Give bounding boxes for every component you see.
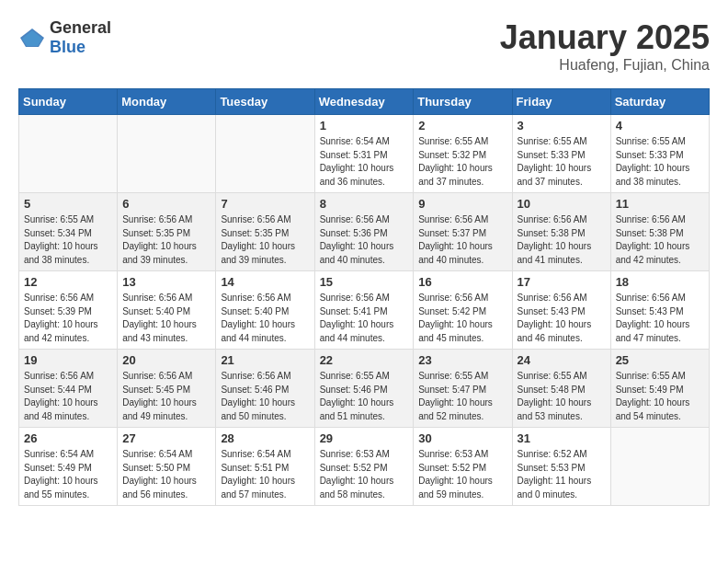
calendar-day-cell: 18Sunrise: 6:56 AM Sunset: 5:43 PM Dayli… — [610, 271, 709, 350]
day-info: Sunrise: 6:56 AM Sunset: 5:36 PM Dayligh… — [320, 213, 409, 267]
day-info: Sunrise: 6:53 AM Sunset: 5:52 PM Dayligh… — [418, 448, 506, 501]
calendar-day-cell — [216, 115, 314, 193]
calendar-week-row: 26Sunrise: 6:54 AM Sunset: 5:49 PM Dayli… — [19, 428, 710, 506]
month-title: January 2025 — [500, 18, 710, 57]
calendar-day-cell: 12Sunrise: 6:56 AM Sunset: 5:39 PM Dayli… — [19, 271, 118, 350]
day-number: 4 — [616, 119, 704, 132]
calendar-week-row: 12Sunrise: 6:56 AM Sunset: 5:39 PM Dayli… — [19, 271, 710, 350]
day-info: Sunrise: 6:56 AM Sunset: 5:45 PM Dayligh… — [122, 370, 210, 423]
calendar-day-cell — [118, 115, 216, 193]
calendar-day-cell: 30Sunrise: 6:53 AM Sunset: 5:52 PM Dayli… — [414, 428, 512, 506]
calendar-day-cell: 24Sunrise: 6:55 AM Sunset: 5:48 PM Dayli… — [512, 350, 610, 428]
day-info: Sunrise: 6:56 AM Sunset: 5:41 PM Dayligh… — [320, 292, 409, 345]
day-number: 5 — [24, 197, 112, 211]
day-info: Sunrise: 6:55 AM Sunset: 5:32 PM Dayligh… — [418, 135, 506, 189]
calendar-day-cell: 26Sunrise: 6:54 AM Sunset: 5:49 PM Dayli… — [19, 428, 118, 506]
calendar-week-row: 5Sunrise: 6:55 AM Sunset: 5:34 PM Daylig… — [19, 193, 710, 271]
calendar-day-cell: 14Sunrise: 6:56 AM Sunset: 5:40 PM Dayli… — [216, 271, 314, 350]
calendar-day-cell: 11Sunrise: 6:56 AM Sunset: 5:38 PM Dayli… — [610, 193, 709, 271]
weekday-header: Thursday — [414, 89, 512, 115]
logo-icon — [18, 27, 46, 49]
day-info: Sunrise: 6:56 AM Sunset: 5:35 PM Dayligh… — [122, 213, 210, 267]
calendar-day-cell: 2Sunrise: 6:55 AM Sunset: 5:32 PM Daylig… — [414, 115, 512, 193]
logo: General Blue — [18, 18, 111, 57]
calendar-day-cell: 22Sunrise: 6:55 AM Sunset: 5:46 PM Dayli… — [314, 350, 414, 428]
calendar-day-cell: 17Sunrise: 6:56 AM Sunset: 5:43 PM Dayli… — [512, 271, 610, 350]
day-info: Sunrise: 6:56 AM Sunset: 5:38 PM Dayligh… — [616, 213, 704, 267]
weekday-header-row: SundayMondayTuesdayWednesdayThursdayFrid… — [19, 89, 710, 115]
day-info: Sunrise: 6:56 AM Sunset: 5:43 PM Dayligh… — [616, 292, 704, 345]
day-number: 14 — [221, 275, 309, 289]
weekday-header: Friday — [512, 89, 610, 115]
calendar-day-cell: 23Sunrise: 6:55 AM Sunset: 5:47 PM Dayli… — [414, 350, 512, 428]
calendar-day-cell: 15Sunrise: 6:56 AM Sunset: 5:41 PM Dayli… — [314, 271, 414, 350]
calendar-day-cell: 6Sunrise: 6:56 AM Sunset: 5:35 PM Daylig… — [118, 193, 216, 271]
calendar-day-cell: 19Sunrise: 6:56 AM Sunset: 5:44 PM Dayli… — [19, 350, 118, 428]
day-info: Sunrise: 6:55 AM Sunset: 5:46 PM Dayligh… — [320, 370, 409, 423]
calendar-day-cell: 31Sunrise: 6:52 AM Sunset: 5:53 PM Dayli… — [512, 428, 610, 506]
day-number: 19 — [24, 353, 112, 367]
logo-text: General Blue — [50, 18, 111, 57]
day-number: 11 — [616, 197, 704, 211]
day-info: Sunrise: 6:52 AM Sunset: 5:53 PM Dayligh… — [518, 448, 606, 501]
day-info: Sunrise: 6:55 AM Sunset: 5:48 PM Dayligh… — [518, 370, 606, 423]
day-info: Sunrise: 6:54 AM Sunset: 5:49 PM Dayligh… — [24, 448, 112, 501]
day-number: 29 — [320, 431, 409, 445]
day-number: 13 — [122, 275, 210, 289]
day-number: 30 — [418, 431, 506, 445]
day-number: 27 — [122, 431, 210, 445]
weekday-header: Saturday — [610, 89, 709, 115]
day-info: Sunrise: 6:56 AM Sunset: 5:43 PM Dayligh… — [518, 292, 606, 345]
calendar-day-cell: 9Sunrise: 6:56 AM Sunset: 5:37 PM Daylig… — [414, 193, 512, 271]
day-info: Sunrise: 6:54 AM Sunset: 5:51 PM Dayligh… — [221, 448, 309, 501]
day-number: 31 — [518, 431, 606, 445]
title-block: January 2025 Huafeng, Fujian, China — [500, 18, 710, 74]
calendar-day-cell: 21Sunrise: 6:56 AM Sunset: 5:46 PM Dayli… — [216, 350, 314, 428]
calendar-day-cell: 1Sunrise: 6:54 AM Sunset: 5:31 PM Daylig… — [314, 115, 414, 193]
day-info: Sunrise: 6:56 AM Sunset: 5:42 PM Dayligh… — [418, 292, 506, 345]
day-number: 2 — [418, 119, 506, 132]
calendar-day-cell: 4Sunrise: 6:55 AM Sunset: 5:33 PM Daylig… — [610, 115, 709, 193]
day-number: 18 — [616, 275, 704, 289]
calendar-week-row: 1Sunrise: 6:54 AM Sunset: 5:31 PM Daylig… — [19, 115, 710, 193]
calendar-table: SundayMondayTuesdayWednesdayThursdayFrid… — [18, 88, 710, 506]
day-number: 10 — [518, 197, 606, 211]
day-info: Sunrise: 6:53 AM Sunset: 5:52 PM Dayligh… — [320, 448, 409, 501]
day-info: Sunrise: 6:55 AM Sunset: 5:34 PM Dayligh… — [24, 213, 112, 267]
day-info: Sunrise: 6:55 AM Sunset: 5:49 PM Dayligh… — [616, 370, 704, 423]
calendar-day-cell: 29Sunrise: 6:53 AM Sunset: 5:52 PM Dayli… — [314, 428, 414, 506]
logo-blue: Blue — [50, 38, 85, 56]
calendar-day-cell: 16Sunrise: 6:56 AM Sunset: 5:42 PM Dayli… — [414, 271, 512, 350]
day-number: 26 — [24, 431, 112, 445]
calendar-day-cell: 20Sunrise: 6:56 AM Sunset: 5:45 PM Dayli… — [118, 350, 216, 428]
day-info: Sunrise: 6:56 AM Sunset: 5:40 PM Dayligh… — [221, 292, 309, 345]
page-header: General Blue January 2025 Huafeng, Fujia… — [18, 18, 710, 74]
day-info: Sunrise: 6:55 AM Sunset: 5:33 PM Dayligh… — [616, 135, 704, 189]
calendar-day-cell: 10Sunrise: 6:56 AM Sunset: 5:38 PM Dayli… — [512, 193, 610, 271]
day-info: Sunrise: 6:56 AM Sunset: 5:40 PM Dayligh… — [122, 292, 210, 345]
calendar-day-cell: 5Sunrise: 6:55 AM Sunset: 5:34 PM Daylig… — [19, 193, 118, 271]
day-number: 25 — [616, 353, 704, 367]
day-number: 20 — [122, 353, 210, 367]
day-number: 22 — [320, 353, 409, 367]
day-info: Sunrise: 6:55 AM Sunset: 5:47 PM Dayligh… — [418, 370, 506, 423]
day-info: Sunrise: 6:56 AM Sunset: 5:39 PM Dayligh… — [24, 292, 112, 345]
calendar-day-cell: 28Sunrise: 6:54 AM Sunset: 5:51 PM Dayli… — [216, 428, 314, 506]
day-info: Sunrise: 6:56 AM Sunset: 5:44 PM Dayligh… — [24, 370, 112, 423]
calendar-day-cell — [610, 428, 709, 506]
calendar-week-row: 19Sunrise: 6:56 AM Sunset: 5:44 PM Dayli… — [19, 350, 710, 428]
day-number: 9 — [418, 197, 506, 211]
day-info: Sunrise: 6:56 AM Sunset: 5:46 PM Dayligh… — [221, 370, 309, 423]
day-number: 28 — [221, 431, 309, 445]
calendar-day-cell: 7Sunrise: 6:56 AM Sunset: 5:35 PM Daylig… — [216, 193, 314, 271]
day-info: Sunrise: 6:56 AM Sunset: 5:35 PM Dayligh… — [221, 213, 309, 267]
calendar-day-cell — [19, 115, 118, 193]
day-number: 8 — [320, 197, 409, 211]
weekday-header: Sunday — [19, 89, 118, 115]
day-number: 15 — [320, 275, 409, 289]
calendar-day-cell: 27Sunrise: 6:54 AM Sunset: 5:50 PM Dayli… — [118, 428, 216, 506]
weekday-header: Tuesday — [216, 89, 314, 115]
weekday-header: Wednesday — [314, 89, 414, 115]
calendar-day-cell: 25Sunrise: 6:55 AM Sunset: 5:49 PM Dayli… — [610, 350, 709, 428]
day-number: 23 — [418, 353, 506, 367]
